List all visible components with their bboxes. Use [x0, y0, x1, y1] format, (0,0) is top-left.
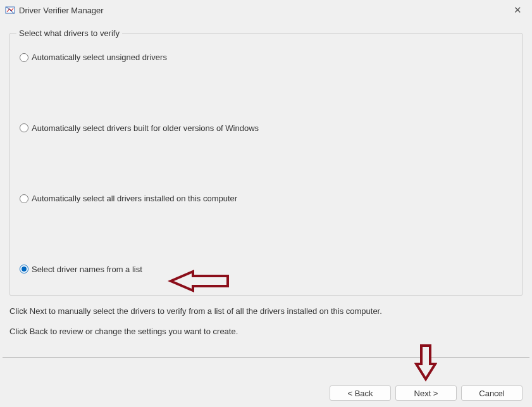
content-area: Select what drivers to verify Automatica…	[0, 20, 532, 296]
driver-selection-fieldset: Select what drivers to verify Automatica…	[9, 33, 523, 296]
instruction-text: Click Next to manually select the driver…	[0, 296, 532, 336]
radio-label: Automatically select drivers built for o…	[32, 123, 259, 133]
radio-option-older-windows[interactable]: Automatically select drivers built for o…	[20, 123, 512, 133]
fieldset-legend: Select what drivers to verify	[16, 28, 122, 38]
instruction-line: Click Next to manually select the driver…	[9, 306, 523, 316]
close-button[interactable]: ✕	[512, 5, 523, 15]
app-icon	[5, 5, 15, 15]
cancel-button[interactable]: Cancel	[461, 385, 523, 401]
radio-label: Select driver names from a list	[32, 265, 142, 274]
annotation-arrow-down-icon	[414, 344, 437, 382]
radio-group: Automatically select unsigned drivers Au…	[20, 49, 512, 276]
button-row: < Back Next > Cancel	[330, 385, 523, 401]
radio-icon	[20, 123, 28, 132]
next-button[interactable]: Next >	[395, 385, 457, 401]
back-button[interactable]: < Back	[330, 385, 391, 401]
radio-option-all-drivers[interactable]: Automatically select all drivers install…	[20, 194, 512, 203]
separator	[3, 357, 529, 358]
window: Driver Verifier Manager ✕ Select what dr…	[0, 0, 532, 407]
window-title: Driver Verifier Manager	[19, 6, 104, 15]
radio-icon-selected	[20, 265, 28, 273]
radio-option-from-list[interactable]: Select driver names from a list	[20, 265, 512, 274]
radio-label: Automatically select unsigned drivers	[32, 53, 167, 62]
radio-icon	[20, 53, 28, 62]
radio-label: Automatically select all drivers install…	[32, 194, 237, 203]
instruction-line: Click Back to review or change the setti…	[9, 327, 523, 336]
radio-dot-icon	[22, 266, 27, 272]
radio-icon	[20, 194, 28, 203]
titlebar: Driver Verifier Manager ✕	[0, 0, 532, 20]
radio-option-unsigned[interactable]: Automatically select unsigned drivers	[20, 53, 512, 62]
